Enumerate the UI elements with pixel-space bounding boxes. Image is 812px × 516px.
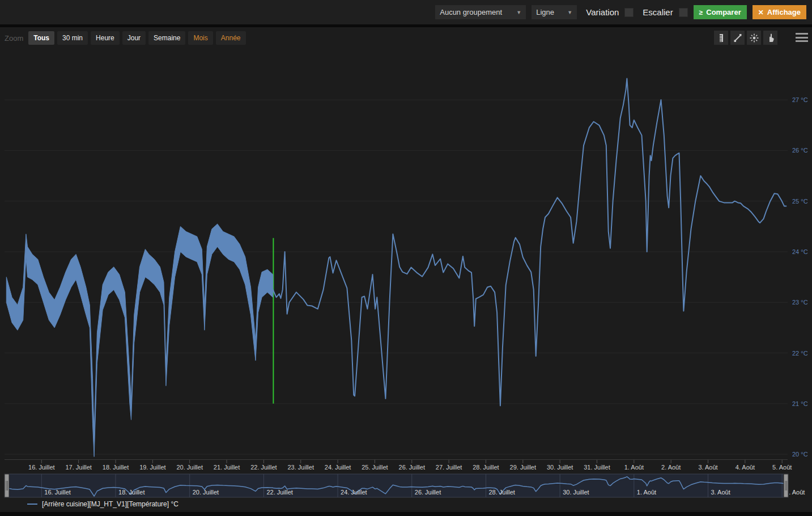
y-axis-label: 24 °C bbox=[792, 248, 808, 255]
y-axis-label: 22 °C bbox=[792, 350, 808, 357]
x-axis-label: 20. Juillet bbox=[176, 464, 202, 471]
y-axis-label: 25 °C bbox=[792, 198, 808, 205]
navigator-label: 18. Juillet bbox=[118, 489, 144, 496]
navigator-label: 3. Août bbox=[711, 489, 730, 496]
grouping-select-value: Aucun groupement bbox=[440, 8, 502, 16]
chart-type-select[interactable]: Ligne ▼ bbox=[532, 5, 577, 19]
navigator-label: 26. Juillet bbox=[415, 489, 441, 496]
x-axis-label: 28. Juillet bbox=[473, 464, 499, 471]
navigator-label: 1. Août bbox=[637, 489, 656, 496]
affichage-button[interactable]: ✕ Affichage bbox=[753, 5, 806, 19]
bottom-strip bbox=[0, 512, 812, 516]
x-axis-label: 23. Juillet bbox=[288, 464, 314, 471]
chevron-down-icon: ▼ bbox=[567, 10, 572, 15]
escalier-checkbox[interactable] bbox=[679, 8, 688, 17]
nav-handle-left-grip[interactable] bbox=[5, 474, 9, 497]
y-axis-label: 26 °C bbox=[792, 147, 808, 154]
series-band bbox=[6, 224, 273, 457]
x-axis-label: 17. Juillet bbox=[65, 464, 91, 471]
series-line bbox=[273, 79, 787, 406]
x-axis-label: 4. Août bbox=[736, 464, 755, 471]
nav-handle-right-grip[interactable] bbox=[784, 474, 788, 497]
navigator-label: 30. Juillet bbox=[563, 489, 589, 496]
x-axis-label: 16. Juillet bbox=[28, 464, 54, 471]
navigator-label: 20. Juillet bbox=[193, 489, 219, 496]
chart-region: Zoom Tous30 minHeureJourSemaineMoisAnnée bbox=[0, 27, 812, 516]
legend-line-sample bbox=[27, 504, 37, 505]
x-axis-label: 26. Juillet bbox=[399, 464, 425, 471]
temperature-chart[interactable]: 20 °C21 °C22 °C23 °C24 °C25 °C26 °C27 °C… bbox=[0, 27, 812, 516]
grouping-select[interactable]: Aucun groupement ▼ bbox=[435, 5, 526, 19]
navigator-label: 16. Juillet bbox=[44, 489, 70, 496]
navigator-label: 28. Juillet bbox=[488, 489, 515, 496]
x-axis-label: 31. Juillet bbox=[584, 464, 610, 471]
x-axis-label: 30. Juillet bbox=[547, 464, 573, 471]
chevron-down-icon: ▼ bbox=[516, 10, 521, 15]
topbar: Aucun groupement ▼ Ligne ▼ Variation Esc… bbox=[0, 0, 812, 24]
x-axis-label: 22. Juillet bbox=[250, 464, 277, 471]
x-axis-label: 29. Juillet bbox=[510, 464, 536, 471]
greater-equal-icon: ≥ bbox=[699, 9, 703, 16]
navigator-end-label: . Août bbox=[789, 489, 805, 496]
variation-checkbox[interactable] bbox=[624, 8, 634, 17]
x-axis-label: 5. Août bbox=[772, 464, 792, 471]
navigator-label: 22. Juillet bbox=[266, 489, 292, 496]
navigator-label: 24. Juillet bbox=[341, 489, 367, 496]
escalier-label: Escalier bbox=[643, 7, 673, 17]
navigator[interactable]: 16. Juillet18. Juillet20. Juillet22. Jui… bbox=[5, 474, 805, 497]
x-axis-label: 1. Août bbox=[624, 464, 644, 471]
x-axis-label: 3. Août bbox=[698, 464, 717, 471]
x-axis-label: 27. Juillet bbox=[436, 464, 462, 471]
x-axis-label: 2. Août bbox=[661, 464, 681, 471]
x-axis-label: 21. Juillet bbox=[214, 464, 240, 471]
comparer-button[interactable]: ≥ Comparer bbox=[694, 5, 747, 19]
legend-item[interactable]: [Arrière cuisine][MJ_HT_V1][Température]… bbox=[27, 500, 178, 508]
legend-series-label: [Arrière cuisine][MJ_HT_V1][Température]… bbox=[42, 500, 178, 508]
y-axis-label: 23 °C bbox=[792, 299, 808, 306]
x-axis-label: 25. Juillet bbox=[362, 464, 388, 471]
x-axis-label: 19. Juillet bbox=[139, 464, 165, 471]
variation-label: Variation bbox=[586, 7, 619, 17]
y-axis-label: 20 °C bbox=[792, 451, 808, 458]
x-axis-label: 18. Juillet bbox=[103, 464, 129, 471]
x-icon: ✕ bbox=[758, 9, 764, 16]
nav-handle-right[interactable] bbox=[784, 474, 788, 497]
chart-type-select-value: Ligne bbox=[536, 8, 554, 16]
y-axis-label: 21 °C bbox=[792, 400, 808, 407]
x-axis-label: 24. Juillet bbox=[325, 464, 351, 471]
y-axis-label: 27 °C bbox=[792, 96, 808, 103]
nav-handle-left[interactable] bbox=[5, 474, 9, 497]
